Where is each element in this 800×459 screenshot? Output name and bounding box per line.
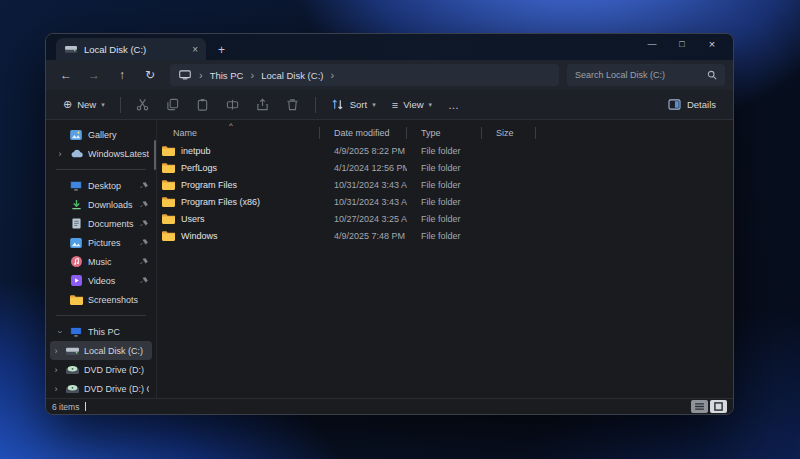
expand-icon[interactable]: › xyxy=(52,384,60,394)
tab-strip: Local Disk (C:) × + — □ × xyxy=(46,34,733,60)
command-bar: ⊕ New ▾ Sort ▾ xyxy=(46,90,733,120)
rename-button[interactable] xyxy=(219,94,247,116)
expand-icon[interactable]: › xyxy=(52,365,60,375)
file-date: 10/31/2024 3:43 AM xyxy=(320,180,407,190)
folder-icon xyxy=(162,180,175,190)
paste-button[interactable] xyxy=(189,94,217,116)
new-plus-icon: ⊕ xyxy=(63,98,72,111)
share-button[interactable] xyxy=(249,94,277,116)
pin-icon xyxy=(140,258,149,266)
refresh-button[interactable]: ↻ xyxy=(138,64,162,86)
view-button[interactable]: ≡ View ▾ xyxy=(385,95,439,115)
new-button[interactable]: ⊕ New ▾ xyxy=(56,94,112,115)
sort-icon xyxy=(331,98,345,112)
sort-button[interactable]: Sort ▾ xyxy=(324,94,383,116)
details-view-button[interactable] xyxy=(691,400,708,413)
folder-icon xyxy=(69,295,83,305)
column-header-type[interactable]: Type xyxy=(407,127,482,139)
sidebar-item-desktop[interactable]: Desktop xyxy=(50,176,152,195)
chevron-down-icon: ▾ xyxy=(372,101,376,109)
sidebar-scrollbar[interactable] xyxy=(154,140,156,170)
sidebar-item-dvd-drive-d[interactable]: › DVD Drive (D:) xyxy=(50,360,152,379)
details-button-label: Details xyxy=(687,99,716,110)
expand-icon[interactable]: › xyxy=(52,346,60,356)
file-row-users[interactable]: Users 10/27/2024 3:25 AM File folder xyxy=(157,210,733,227)
column-header-date[interactable]: Date modified xyxy=(320,127,407,139)
sidebar-item-windowslatest[interactable]: › WindowsLatest xyxy=(50,144,152,163)
breadcrumb-chevron-icon: › xyxy=(194,69,208,81)
collapse-icon[interactable]: › xyxy=(55,328,65,336)
pin-icon xyxy=(140,182,149,190)
file-row-program-files[interactable]: Program Files 10/31/2024 3:43 AM File fo… xyxy=(157,176,733,193)
sidebar-item-videos[interactable]: Videos xyxy=(50,271,152,290)
cut-icon xyxy=(136,98,150,112)
more-icon: … xyxy=(448,99,460,111)
file-type: File folder xyxy=(407,231,482,241)
more-button[interactable]: … xyxy=(441,95,467,115)
file-name: Program Files xyxy=(181,180,237,190)
breadcrumb-chevron-icon: › xyxy=(245,69,259,81)
folder-icon xyxy=(162,197,175,207)
view-button-label: View xyxy=(403,99,423,110)
sidebar-item-gallery[interactable]: Gallery xyxy=(50,125,152,144)
view-toggles xyxy=(691,400,727,413)
chevron-down-icon: ▾ xyxy=(429,101,433,109)
column-header-name[interactable]: Name xyxy=(157,127,320,139)
sidebar-item-local-disk-c[interactable]: › Local Disk (C:) xyxy=(50,341,152,360)
sidebar-item-screenshots[interactable]: Screenshots xyxy=(50,290,152,309)
gallery-icon xyxy=(69,130,83,140)
address-bar: ← → ↑ ↻ › This PC › Local Disk (C:) › xyxy=(46,60,733,90)
file-date: 10/31/2024 3:43 AM xyxy=(320,197,407,207)
file-row-inetpub[interactable]: inetpub 4/9/2025 8:22 PM File folder xyxy=(157,142,733,159)
close-button[interactable]: × xyxy=(697,34,727,54)
minimize-button[interactable]: — xyxy=(637,34,667,54)
sidebar-item-music[interactable]: Music xyxy=(50,252,152,271)
search-input[interactable] xyxy=(575,70,701,80)
up-button[interactable]: ↑ xyxy=(110,64,134,86)
breadcrumb-chevron-icon: › xyxy=(325,69,339,81)
breadcrumb-this-pc[interactable]: This PC xyxy=(210,70,244,81)
drive-icon xyxy=(64,42,78,56)
back-button[interactable]: ← xyxy=(54,64,78,86)
folder-icon xyxy=(162,146,175,156)
column-headers: ^ Name Date modified Type Size xyxy=(157,124,733,142)
forward-button[interactable]: → xyxy=(82,64,106,86)
downloads-icon xyxy=(69,199,83,210)
tab-close-icon[interactable]: × xyxy=(192,44,198,55)
new-tab-button[interactable]: + xyxy=(218,43,225,57)
file-list: ^ Name Date modified Type Size inetpub 4… xyxy=(156,120,733,398)
onedrive-cloud-icon xyxy=(69,149,83,158)
details-pane-button[interactable]: Details xyxy=(661,94,723,116)
search-box[interactable] xyxy=(567,64,725,86)
large-icons-view-button[interactable] xyxy=(710,400,727,413)
new-button-label: New xyxy=(77,99,96,110)
file-row-program-files-x86[interactable]: Program Files (x86) 10/31/2024 3:43 AM F… xyxy=(157,193,733,210)
file-row-windows[interactable]: Windows 4/9/2025 7:48 PM File folder xyxy=(157,227,733,244)
expand-icon[interactable]: › xyxy=(56,149,64,159)
file-name: Windows xyxy=(181,231,218,241)
file-name: Users xyxy=(181,214,205,224)
documents-icon xyxy=(69,218,83,229)
navigation-pane: Gallery › WindowsLatest Desktop Download… xyxy=(46,120,156,398)
sidebar-item-documents[interactable]: Documents xyxy=(50,214,152,233)
explorer-tab[interactable]: Local Disk (C:) × xyxy=(56,38,206,60)
file-date: 4/9/2025 8:22 PM xyxy=(320,146,407,156)
drive-icon xyxy=(65,346,79,356)
copy-button[interactable] xyxy=(159,94,187,116)
breadcrumb[interactable]: › This PC › Local Disk (C:) › xyxy=(170,64,559,86)
file-name: PerfLogs xyxy=(181,163,217,173)
sidebar-item-pictures[interactable]: Pictures xyxy=(50,233,152,252)
column-header-size[interactable]: Size xyxy=(482,127,536,139)
file-row-perflogs[interactable]: PerfLogs 4/1/2024 12:56 PM File folder xyxy=(157,159,733,176)
sidebar-item-dvd-drive-d-2[interactable]: › DVD Drive (D:) C xyxy=(50,379,152,398)
breadcrumb-local-disk[interactable]: Local Disk (C:) xyxy=(261,70,323,81)
delete-button[interactable] xyxy=(279,94,307,116)
copy-icon xyxy=(166,98,180,112)
sidebar-item-this-pc[interactable]: › This PC xyxy=(50,322,152,341)
share-icon xyxy=(256,98,270,112)
cut-button[interactable] xyxy=(129,94,157,116)
maximize-button[interactable]: □ xyxy=(667,34,697,54)
sort-ascending-icon: ^ xyxy=(229,121,233,130)
desktop: { "window": { "tab_title": "Local Disk (… xyxy=(0,0,800,459)
sidebar-item-downloads[interactable]: Downloads xyxy=(50,195,152,214)
